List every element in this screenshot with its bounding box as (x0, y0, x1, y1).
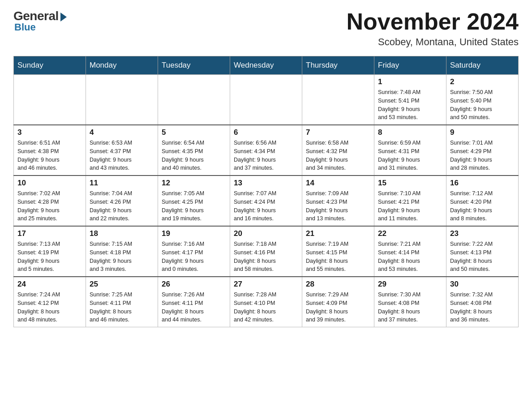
calendar-cell: 7Sunrise: 6:58 AM Sunset: 4:32 PM Daylig… (302, 125, 374, 176)
day-number: 12 (162, 179, 226, 188)
day-number: 10 (17, 179, 82, 188)
day-number: 27 (234, 280, 298, 289)
day-info: Sunrise: 6:53 AM Sunset: 4:37 PM Dayligh… (90, 139, 154, 172)
calendar-cell: 16Sunrise: 7:12 AM Sunset: 4:20 PM Dayli… (446, 176, 519, 226)
location-title: Scobey, Montana, United States (347, 36, 519, 48)
day-info: Sunrise: 7:09 AM Sunset: 4:23 PM Dayligh… (306, 189, 370, 223)
calendar-cell: 19Sunrise: 7:16 AM Sunset: 4:17 PM Dayli… (158, 226, 230, 277)
logo: General Blue (13, 9, 67, 33)
day-number: 8 (378, 128, 442, 137)
weekday-header: Wednesday (230, 56, 302, 75)
day-info: Sunrise: 7:48 AM Sunset: 5:41 PM Dayligh… (378, 88, 442, 122)
day-number: 26 (162, 280, 226, 289)
day-number: 17 (17, 229, 82, 238)
day-info: Sunrise: 7:30 AM Sunset: 4:08 PM Dayligh… (378, 291, 442, 324)
calendar-cell: 29Sunrise: 7:30 AM Sunset: 4:08 PM Dayli… (374, 277, 446, 327)
day-info: Sunrise: 7:12 AM Sunset: 4:20 PM Dayligh… (450, 189, 515, 223)
day-number: 13 (234, 179, 298, 188)
day-number: 23 (450, 229, 515, 238)
calendar-cell: 2Sunrise: 7:50 AM Sunset: 5:40 PM Daylig… (446, 75, 519, 125)
day-info: Sunrise: 7:04 AM Sunset: 4:26 PM Dayligh… (90, 189, 154, 223)
calendar-header-row: SundayMondayTuesdayWednesdayThursdayFrid… (14, 56, 519, 75)
calendar-cell (14, 75, 86, 125)
calendar-week-row: 17Sunrise: 7:13 AM Sunset: 4:19 PM Dayli… (14, 226, 519, 277)
day-number: 25 (90, 280, 154, 289)
calendar-cell: 14Sunrise: 7:09 AM Sunset: 4:23 PM Dayli… (302, 176, 374, 226)
title-area: November 2024 Scobey, Montana, United St… (347, 9, 519, 48)
day-number: 29 (378, 280, 442, 289)
calendar-cell: 4Sunrise: 6:53 AM Sunset: 4:37 PM Daylig… (86, 125, 158, 176)
calendar-cell: 24Sunrise: 7:24 AM Sunset: 4:12 PM Dayli… (14, 277, 86, 327)
day-number: 15 (378, 179, 442, 188)
day-info: Sunrise: 7:13 AM Sunset: 4:19 PM Dayligh… (17, 240, 82, 274)
calendar-cell: 25Sunrise: 7:25 AM Sunset: 4:11 PM Dayli… (86, 277, 158, 327)
calendar-cell: 18Sunrise: 7:15 AM Sunset: 4:18 PM Dayli… (86, 226, 158, 277)
weekday-header: Thursday (302, 56, 374, 75)
calendar-cell: 9Sunrise: 7:01 AM Sunset: 4:29 PM Daylig… (446, 125, 519, 176)
day-number: 3 (17, 128, 82, 137)
calendar-cell (302, 75, 374, 125)
calendar-cell: 6Sunrise: 6:56 AM Sunset: 4:34 PM Daylig… (230, 125, 302, 176)
calendar-cell: 3Sunrise: 6:51 AM Sunset: 4:38 PM Daylig… (14, 125, 86, 176)
day-info: Sunrise: 7:25 AM Sunset: 4:11 PM Dayligh… (90, 291, 154, 324)
day-info: Sunrise: 7:01 AM Sunset: 4:29 PM Dayligh… (450, 139, 515, 172)
day-info: Sunrise: 6:59 AM Sunset: 4:31 PM Dayligh… (378, 139, 442, 172)
day-number: 1 (378, 77, 442, 86)
day-info: Sunrise: 7:19 AM Sunset: 4:15 PM Dayligh… (306, 240, 370, 274)
calendar-cell: 5Sunrise: 6:54 AM Sunset: 4:35 PM Daylig… (158, 125, 230, 176)
day-number: 9 (450, 128, 515, 137)
calendar-cell: 27Sunrise: 7:28 AM Sunset: 4:10 PM Dayli… (230, 277, 302, 327)
calendar-cell (158, 75, 230, 125)
day-info: Sunrise: 7:15 AM Sunset: 4:18 PM Dayligh… (90, 240, 154, 274)
calendar-cell: 1Sunrise: 7:48 AM Sunset: 5:41 PM Daylig… (374, 75, 446, 125)
calendar-cell: 30Sunrise: 7:32 AM Sunset: 4:08 PM Dayli… (446, 277, 519, 327)
calendar-table: SundayMondayTuesdayWednesdayThursdayFrid… (13, 56, 519, 327)
weekday-header: Sunday (14, 56, 86, 75)
day-number: 16 (450, 179, 515, 188)
day-number: 22 (378, 229, 442, 238)
day-info: Sunrise: 7:24 AM Sunset: 4:12 PM Dayligh… (17, 291, 82, 324)
day-info: Sunrise: 7:10 AM Sunset: 4:21 PM Dayligh… (378, 189, 442, 223)
day-info: Sunrise: 7:05 AM Sunset: 4:25 PM Dayligh… (162, 189, 226, 223)
calendar-cell: 13Sunrise: 7:07 AM Sunset: 4:24 PM Dayli… (230, 176, 302, 226)
day-number: 28 (306, 280, 370, 289)
logo-arrow-icon (60, 13, 67, 21)
day-info: Sunrise: 6:54 AM Sunset: 4:35 PM Dayligh… (162, 139, 226, 172)
calendar-cell: 10Sunrise: 7:02 AM Sunset: 4:28 PM Dayli… (14, 176, 86, 226)
day-info: Sunrise: 7:32 AM Sunset: 4:08 PM Dayligh… (450, 291, 515, 324)
day-info: Sunrise: 7:07 AM Sunset: 4:24 PM Dayligh… (234, 189, 298, 223)
day-number: 18 (90, 229, 154, 238)
day-info: Sunrise: 6:58 AM Sunset: 4:32 PM Dayligh… (306, 139, 370, 172)
day-number: 11 (90, 179, 154, 188)
calendar-week-row: 1Sunrise: 7:48 AM Sunset: 5:41 PM Daylig… (14, 75, 519, 125)
day-number: 7 (306, 128, 370, 137)
day-number: 4 (90, 128, 154, 137)
day-info: Sunrise: 7:02 AM Sunset: 4:28 PM Dayligh… (17, 189, 82, 223)
day-info: Sunrise: 7:26 AM Sunset: 4:11 PM Dayligh… (162, 291, 226, 324)
weekday-header: Monday (86, 56, 158, 75)
weekday-header: Friday (374, 56, 446, 75)
day-info: Sunrise: 7:18 AM Sunset: 4:16 PM Dayligh… (234, 240, 298, 274)
month-title: November 2024 (347, 9, 519, 34)
day-number: 24 (17, 280, 82, 289)
calendar-cell: 15Sunrise: 7:10 AM Sunset: 4:21 PM Dayli… (374, 176, 446, 226)
day-info: Sunrise: 6:51 AM Sunset: 4:38 PM Dayligh… (17, 139, 82, 172)
day-info: Sunrise: 7:21 AM Sunset: 4:14 PM Dayligh… (378, 240, 442, 274)
calendar-cell: 11Sunrise: 7:04 AM Sunset: 4:26 PM Dayli… (86, 176, 158, 226)
calendar-cell (230, 75, 302, 125)
day-number: 14 (306, 179, 370, 188)
day-number: 5 (162, 128, 226, 137)
calendar-cell: 21Sunrise: 7:19 AM Sunset: 4:15 PM Dayli… (302, 226, 374, 277)
calendar-week-row: 10Sunrise: 7:02 AM Sunset: 4:28 PM Dayli… (14, 176, 519, 226)
weekday-header: Saturday (446, 56, 519, 75)
calendar-cell: 26Sunrise: 7:26 AM Sunset: 4:11 PM Dayli… (158, 277, 230, 327)
page-header: General Blue November 2024 Scobey, Monta… (13, 9, 519, 48)
calendar-week-row: 3Sunrise: 6:51 AM Sunset: 4:38 PM Daylig… (14, 125, 519, 176)
logo-blue-text: Blue (14, 21, 36, 33)
calendar-cell: 8Sunrise: 6:59 AM Sunset: 4:31 PM Daylig… (374, 125, 446, 176)
day-number: 21 (306, 229, 370, 238)
calendar-cell: 28Sunrise: 7:29 AM Sunset: 4:09 PM Dayli… (302, 277, 374, 327)
calendar-cell (86, 75, 158, 125)
day-info: Sunrise: 7:16 AM Sunset: 4:17 PM Dayligh… (162, 240, 226, 274)
day-number: 19 (162, 229, 226, 238)
